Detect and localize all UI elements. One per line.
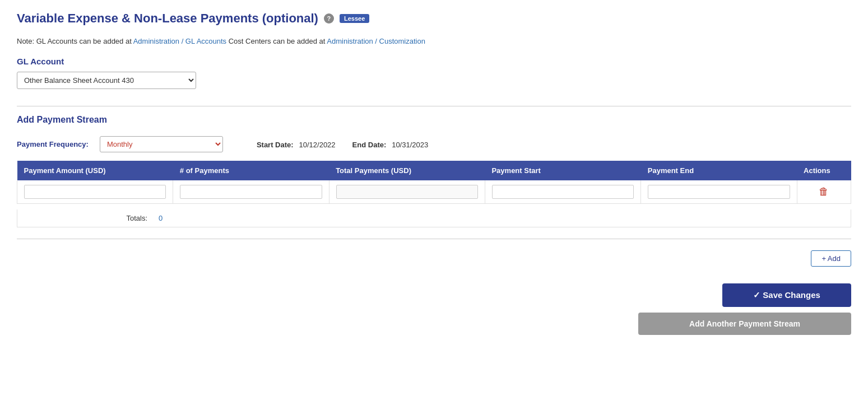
help-icon[interactable]: ? (324, 13, 334, 24)
gl-account-label: GL Account (17, 57, 851, 66)
start-date-label: Start Date: (257, 141, 294, 149)
col-actions: Actions (797, 161, 851, 180)
end-date-value: 10/31/2023 (392, 141, 428, 149)
table-row: 🗑 (17, 180, 851, 204)
col-payment-amount: Payment Amount (USD) (17, 161, 173, 180)
date-info: Start Date: 10/12/2022 End Date: 10/31/2… (257, 140, 428, 149)
payment-frequency-label: Payment Frequency: (17, 140, 89, 148)
payment-stream-title: Add Payment Stream (17, 115, 851, 125)
page-title: Variable Expense & Non-Lease Payments (o… (17, 11, 318, 26)
col-payment-end: Payment End (641, 161, 797, 180)
note-text: Note: GL Accounts can be added at Admini… (17, 37, 851, 45)
cell-payment-amount (17, 180, 173, 204)
end-date-label: End Date: (352, 141, 387, 149)
save-changes-button[interactable]: ✓ Save Changes (722, 283, 851, 307)
payment-controls-row: Payment Frequency: Monthly Start Date: 1… (17, 136, 851, 152)
gl-account-select[interactable]: Other Balance Sheet Account 430 (17, 72, 196, 89)
table-header-row: Payment Amount (USD) # of Payments Total… (17, 161, 851, 180)
cell-payment-start (485, 180, 640, 204)
cell-payment-end (641, 180, 797, 204)
totals-row: Totals: 0 (17, 209, 851, 227)
payment-table: Payment Amount (USD) # of Payments Total… (17, 161, 851, 204)
payment-stream-section: Add Payment Stream Payment Frequency: Mo… (17, 106, 851, 227)
cell-total-payments (329, 180, 485, 204)
total-payments-input[interactable] (336, 185, 478, 199)
payment-end-input[interactable] (648, 185, 790, 199)
cell-num-payments (173, 180, 329, 204)
delete-row-button[interactable]: 🗑 (815, 185, 832, 199)
num-payments-input[interactable] (180, 185, 322, 199)
add-button[interactable]: + Add (811, 250, 851, 267)
add-button-row: + Add (17, 250, 851, 267)
payment-start-input[interactable] (492, 185, 634, 199)
page-title-container: Variable Expense & Non-Lease Payments (o… (17, 11, 851, 26)
payment-amount-input[interactable] (24, 185, 166, 199)
col-num-payments: # of Payments (173, 161, 329, 180)
totals-value: 0 (159, 214, 163, 222)
lessee-badge: Lessee (340, 14, 369, 23)
add-another-payment-stream-button[interactable]: Add Another Payment Stream (638, 313, 851, 335)
payment-frequency-select[interactable]: Monthly (100, 136, 223, 152)
col-payment-start: Payment Start (485, 161, 640, 180)
start-date-value: 10/12/2022 (299, 141, 336, 149)
totals-label: Totals: (24, 214, 147, 222)
col-total-payments: Total Payments (USD) (329, 161, 485, 180)
cell-actions: 🗑 (797, 180, 851, 204)
note-middle: Cost Centers can be added at (229, 37, 327, 45)
customization-link[interactable]: Administration / Customization (327, 37, 425, 45)
action-buttons: ✓ Save Changes Add Another Payment Strea… (17, 283, 851, 335)
divider (17, 239, 851, 239)
note-prefix: Note: GL Accounts can be added at (17, 37, 133, 45)
gl-accounts-link[interactable]: Administration / GL Accounts (133, 37, 226, 45)
